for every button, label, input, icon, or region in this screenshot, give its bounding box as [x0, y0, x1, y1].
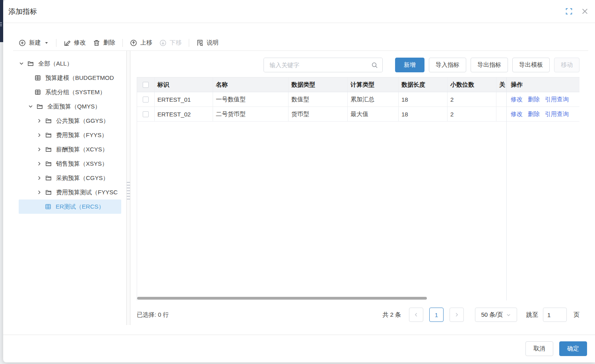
- select-all-checkbox[interactable]: [143, 82, 149, 88]
- toolbar-button-label: 下移: [170, 39, 182, 46]
- tree-item-label: 全面预算（QMYS）: [47, 103, 101, 110]
- page-size-select[interactable]: 50 条/页: [475, 308, 517, 322]
- col-header-decimals: 小数位数: [448, 77, 496, 92]
- folder-icon: [37, 103, 45, 110]
- toolbar-button[interactable]: 说明: [196, 39, 219, 46]
- chevron-right-icon[interactable]: [37, 147, 45, 152]
- toolbar-button-label: 上移: [140, 39, 152, 46]
- cell-id: ERTEST_01: [155, 92, 213, 106]
- table-footer: 已选择: 0 行 共 2 条 1 50 条/页: [137, 308, 579, 322]
- row-action-link[interactable]: 引用查询: [545, 96, 569, 103]
- grid-icon: [35, 75, 43, 81]
- chevron-right-icon[interactable]: [37, 118, 45, 124]
- chevron-down-icon[interactable]: [28, 104, 37, 109]
- toolbar-button[interactable]: 删除: [93, 39, 115, 46]
- fullscreen-icon[interactable]: [565, 8, 572, 15]
- col-header-id: 标识: [155, 77, 213, 92]
- pagination: 共 2 条 1 50 条/页 跳至: [382, 308, 579, 322]
- toolbar-button[interactable]: 修改: [64, 39, 86, 46]
- grid-icon: [45, 203, 53, 210]
- toolbar-button[interactable]: 新建: [19, 39, 49, 46]
- tree-item-label: 薪酬预算（XCYS）: [56, 146, 108, 153]
- tree-item-label: 采购预算（CGYS）: [56, 174, 109, 182]
- tree-item-label: 费用预算测试（FYYSC: [56, 189, 118, 196]
- select-all-cell: [137, 77, 155, 92]
- tree-item[interactable]: 销售预算（XSYS）: [19, 157, 121, 171]
- selected-count-label: 已选择: 0 行: [137, 311, 169, 319]
- chevron-down-icon[interactable]: [19, 61, 27, 66]
- jump-page-input[interactable]: [543, 308, 567, 322]
- tree-item[interactable]: 费用预算（FYYS）: [19, 128, 121, 142]
- pane-splitter[interactable]: [126, 51, 130, 325]
- row-action-link[interactable]: 引用查询: [545, 110, 569, 118]
- cell-calc_type: 最大值: [348, 107, 399, 121]
- edit-icon: [64, 39, 71, 46]
- search-icon[interactable]: [371, 62, 378, 68]
- row-checkbox[interactable]: [143, 111, 149, 117]
- tree-item[interactable]: 预算建模（BUDGETMOD: [19, 71, 121, 85]
- caret-down-icon: [44, 41, 49, 45]
- col-header-datatype: 数据类型: [289, 77, 348, 92]
- dialog-title: 添加指标: [8, 7, 37, 16]
- next-page-button[interactable]: [450, 308, 464, 322]
- tree-item[interactable]: 采购预算（CGYS）: [19, 171, 121, 185]
- cell-id: ERTEST_02: [155, 107, 213, 121]
- folder-icon: [45, 132, 54, 138]
- dialog-footer: 取消 确定: [3, 335, 595, 362]
- cell-length: 18: [399, 107, 448, 121]
- circle-plus-icon: [19, 39, 26, 46]
- row-action-link[interactable]: 删除: [528, 96, 540, 103]
- tree-item-label: 预算建模（BUDGETMOD: [45, 74, 114, 82]
- action-button[interactable]: 导出模板: [512, 58, 550, 72]
- tree-item[interactable]: ER测试（ERCS）: [19, 199, 121, 214]
- row-action-link[interactable]: 删除: [528, 110, 540, 118]
- chevron-right-icon[interactable]: [37, 175, 45, 181]
- tree-item[interactable]: 全面预算（QMYS）: [19, 99, 121, 114]
- page-size-value: 50 条/页: [481, 311, 503, 319]
- tree-item-label: 公共预算（GGYS）: [56, 117, 109, 125]
- confirm-button[interactable]: 确定: [559, 341, 587, 356]
- tree-item[interactable]: 费用预算测试（FYYSC: [19, 185, 121, 199]
- cell-name: 一号数值型: [213, 92, 289, 106]
- horizontal-scrollbar[interactable]: [137, 297, 427, 300]
- tree-item[interactable]: 公共预算（GGYS）: [19, 114, 121, 128]
- chevron-right-icon[interactable]: [37, 132, 45, 138]
- toolbar-button-label: 修改: [74, 39, 86, 46]
- dialog-titlebar: 添加指标: [3, 0, 595, 23]
- toolbar-divider: [122, 39, 123, 47]
- folder-icon: [45, 175, 54, 181]
- toolbar-button[interactable]: 上移: [130, 39, 152, 46]
- folder-icon: [45, 146, 54, 153]
- keyword-search-input[interactable]: [264, 58, 382, 72]
- tree-item-label: 费用预算（FYYS）: [56, 132, 107, 139]
- row-checkbox[interactable]: [143, 97, 149, 103]
- prev-page-button[interactable]: [409, 308, 423, 322]
- col-header-calctype: 计算类型: [348, 77, 399, 92]
- close-icon[interactable]: [581, 8, 588, 15]
- folder-icon: [45, 118, 54, 124]
- toolbar-button: 下移: [159, 39, 182, 46]
- cancel-button[interactable]: 取消: [525, 341, 553, 356]
- chevron-right-icon[interactable]: [37, 190, 45, 195]
- folder-icon: [45, 161, 54, 167]
- tree-item[interactable]: 全部（ALL）: [19, 56, 121, 71]
- action-button[interactable]: 新增: [395, 58, 424, 72]
- row-action-link[interactable]: 修改: [511, 96, 523, 103]
- tree-item-label: ER测试（ERCS）: [56, 203, 105, 211]
- keyword-search-box: [264, 58, 383, 72]
- jump-to-label: 跳至: [526, 311, 538, 319]
- table-action-row: 新增导入指标导出指标导出模板移动: [137, 58, 579, 72]
- total-count-label: 共 2 条: [382, 311, 401, 319]
- page-number-button[interactable]: 1: [429, 308, 444, 322]
- row-action-link[interactable]: 修改: [511, 110, 523, 118]
- tree-item[interactable]: 系统分组（SYSTEM）: [19, 85, 121, 99]
- circle-arrow-down-icon: [159, 39, 167, 46]
- action-button[interactable]: 导入指标: [429, 58, 466, 72]
- toolbar-button-label: 删除: [103, 39, 115, 46]
- action-button[interactable]: 导出指标: [471, 58, 508, 72]
- folder-icon: [27, 60, 36, 67]
- circle-arrow-up-icon: [130, 39, 137, 46]
- fixed-operation-column: 操作 修改删除引用查询修改删除引用查询: [506, 77, 579, 300]
- tree-item[interactable]: 薪酬预算（XCYS）: [19, 142, 121, 157]
- chevron-right-icon[interactable]: [37, 161, 45, 167]
